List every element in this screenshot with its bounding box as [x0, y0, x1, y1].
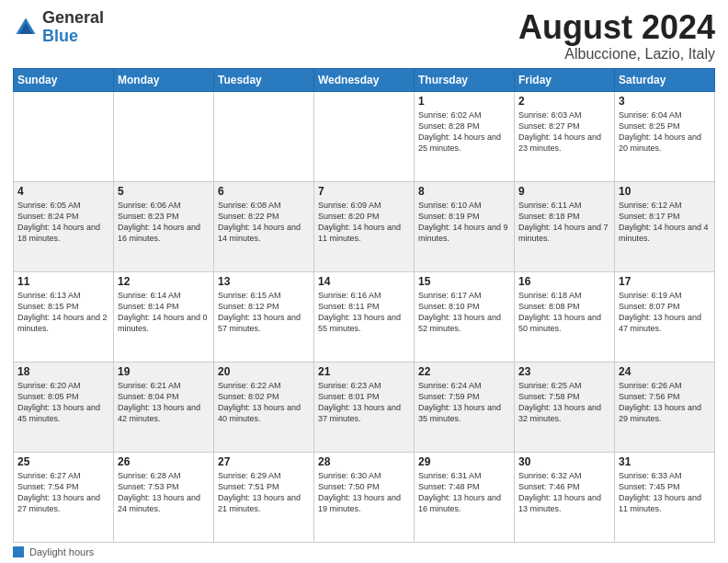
calendar-day-cell [14, 91, 114, 181]
footer: Daylight hours [13, 546, 715, 557]
calendar-day-cell: 7Sunrise: 6:09 AM Sunset: 8:20 PM Daylig… [314, 181, 415, 271]
day-number: 14 [318, 275, 410, 288]
day-number: 11 [17, 275, 109, 288]
day-info: Sunrise: 6:31 AM Sunset: 7:48 PM Dayligh… [418, 470, 510, 515]
day-number: 23 [518, 365, 610, 378]
calendar-day-cell: 23Sunrise: 6:25 AM Sunset: 7:58 PM Dayli… [515, 362, 615, 452]
day-info: Sunrise: 6:13 AM Sunset: 8:15 PM Dayligh… [17, 290, 109, 335]
calendar-day-cell: 3Sunrise: 6:04 AM Sunset: 8:25 PM Daylig… [615, 91, 715, 181]
calendar-week-row: 11Sunrise: 6:13 AM Sunset: 8:15 PM Dayli… [14, 271, 715, 362]
day-number: 22 [418, 365, 510, 378]
calendar-day-cell: 26Sunrise: 6:28 AM Sunset: 7:53 PM Dayli… [114, 452, 214, 542]
calendar-day-cell [314, 91, 415, 181]
day-number: 27 [218, 455, 310, 468]
day-number: 30 [518, 455, 610, 468]
day-info: Sunrise: 6:02 AM Sunset: 8:28 PM Dayligh… [418, 109, 510, 155]
day-number: 20 [218, 365, 310, 378]
calendar-day-cell [214, 91, 314, 181]
calendar-day-cell: 30Sunrise: 6:32 AM Sunset: 7:46 PM Dayli… [515, 452, 615, 542]
day-info: Sunrise: 6:12 AM Sunset: 8:17 PM Dayligh… [619, 200, 711, 245]
calendar-day-cell: 18Sunrise: 6:20 AM Sunset: 8:05 PM Dayli… [14, 362, 114, 452]
calendar-day-cell: 9Sunrise: 6:11 AM Sunset: 8:18 PM Daylig… [515, 181, 615, 271]
calendar-day-cell: 31Sunrise: 6:33 AM Sunset: 7:45 PM Dayli… [615, 452, 715, 542]
logo: General Blue [13, 9, 104, 46]
logo-text: General Blue [42, 9, 104, 46]
calendar-header: SundayMondayTuesdayWednesdayThursdayFrid… [14, 68, 715, 91]
header-day: Saturday [615, 68, 715, 91]
header-day: Thursday [415, 68, 515, 91]
calendar-day-cell: 16Sunrise: 6:18 AM Sunset: 8:08 PM Dayli… [515, 271, 615, 362]
calendar-day-cell: 22Sunrise: 6:24 AM Sunset: 7:59 PM Dayli… [415, 362, 515, 452]
calendar-day-cell: 24Sunrise: 6:26 AM Sunset: 7:56 PM Dayli… [615, 362, 715, 452]
day-info: Sunrise: 6:06 AM Sunset: 8:23 PM Dayligh… [118, 200, 210, 245]
day-number: 7 [318, 185, 410, 198]
calendar-title: August 2024 [518, 9, 715, 46]
day-info: Sunrise: 6:16 AM Sunset: 8:11 PM Dayligh… [318, 290, 410, 335]
calendar-day-cell: 1Sunrise: 6:02 AM Sunset: 8:28 PM Daylig… [415, 91, 515, 181]
calendar-day-cell: 6Sunrise: 6:08 AM Sunset: 8:22 PM Daylig… [214, 181, 314, 271]
day-info: Sunrise: 6:19 AM Sunset: 8:07 PM Dayligh… [619, 290, 711, 335]
header-day: Friday [515, 68, 615, 91]
day-info: Sunrise: 6:08 AM Sunset: 8:22 PM Dayligh… [218, 200, 310, 245]
page: General Blue August 2024 Albuccione, Laz… [0, 0, 728, 563]
calendar-day-cell [114, 91, 214, 181]
day-number: 16 [518, 275, 610, 288]
day-info: Sunrise: 6:15 AM Sunset: 8:12 PM Dayligh… [218, 290, 310, 335]
day-number: 12 [118, 275, 210, 288]
calendar-day-cell: 20Sunrise: 6:22 AM Sunset: 8:02 PM Dayli… [214, 362, 314, 452]
calendar-day-cell: 21Sunrise: 6:23 AM Sunset: 8:01 PM Dayli… [314, 362, 415, 452]
day-number: 25 [17, 455, 109, 468]
day-info: Sunrise: 6:25 AM Sunset: 7:58 PM Dayligh… [518, 380, 610, 425]
calendar-day-cell: 19Sunrise: 6:21 AM Sunset: 8:04 PM Dayli… [114, 362, 214, 452]
title-block: August 2024 Albuccione, Lazio, Italy [518, 9, 715, 63]
logo-general-text: General [42, 8, 104, 27]
day-number: 21 [318, 365, 410, 378]
day-info: Sunrise: 6:11 AM Sunset: 8:18 PM Dayligh… [518, 200, 610, 245]
day-number: 9 [518, 185, 610, 198]
calendar-week-row: 4Sunrise: 6:05 AM Sunset: 8:24 PM Daylig… [14, 181, 715, 271]
day-number: 19 [118, 365, 210, 378]
day-info: Sunrise: 6:27 AM Sunset: 7:54 PM Dayligh… [17, 470, 109, 515]
day-number: 28 [318, 455, 410, 468]
day-number: 13 [218, 275, 310, 288]
day-info: Sunrise: 6:28 AM Sunset: 7:53 PM Dayligh… [118, 470, 210, 515]
day-number: 10 [619, 185, 711, 198]
calendar-day-cell: 11Sunrise: 6:13 AM Sunset: 8:15 PM Dayli… [14, 271, 114, 362]
day-number: 5 [118, 185, 210, 198]
day-number: 31 [619, 455, 711, 468]
day-number: 17 [619, 275, 711, 288]
day-info: Sunrise: 6:22 AM Sunset: 8:02 PM Dayligh… [218, 380, 310, 425]
header: General Blue August 2024 Albuccione, Laz… [13, 9, 715, 63]
calendar-week-row: 25Sunrise: 6:27 AM Sunset: 7:54 PM Dayli… [14, 452, 715, 542]
header-day: Tuesday [214, 68, 314, 91]
day-info: Sunrise: 6:05 AM Sunset: 8:24 PM Dayligh… [17, 200, 109, 245]
day-number: 3 [619, 95, 711, 108]
calendar-day-cell: 12Sunrise: 6:14 AM Sunset: 8:14 PM Dayli… [114, 271, 214, 362]
header-row: SundayMondayTuesdayWednesdayThursdayFrid… [14, 68, 715, 91]
day-info: Sunrise: 6:20 AM Sunset: 8:05 PM Dayligh… [17, 380, 109, 425]
day-number: 2 [518, 95, 610, 108]
day-number: 24 [619, 365, 711, 378]
calendar-day-cell: 10Sunrise: 6:12 AM Sunset: 8:17 PM Dayli… [615, 181, 715, 271]
day-number: 4 [17, 185, 109, 198]
day-info: Sunrise: 6:18 AM Sunset: 8:08 PM Dayligh… [518, 290, 610, 335]
logo-blue-text: Blue [42, 27, 78, 45]
day-info: Sunrise: 6:14 AM Sunset: 8:14 PM Dayligh… [118, 290, 210, 335]
header-day: Sunday [14, 68, 114, 91]
day-info: Sunrise: 6:32 AM Sunset: 7:46 PM Dayligh… [518, 470, 610, 515]
calendar-day-cell: 29Sunrise: 6:31 AM Sunset: 7:48 PM Dayli… [415, 452, 515, 542]
footer-label: Daylight hours [29, 546, 94, 557]
day-number: 26 [118, 455, 210, 468]
calendar-day-cell: 27Sunrise: 6:29 AM Sunset: 7:51 PM Dayli… [214, 452, 314, 542]
calendar-day-cell: 17Sunrise: 6:19 AM Sunset: 8:07 PM Dayli… [615, 271, 715, 362]
day-number: 15 [418, 275, 510, 288]
calendar-body: 1Sunrise: 6:02 AM Sunset: 8:28 PM Daylig… [14, 91, 715, 542]
day-info: Sunrise: 6:10 AM Sunset: 8:19 PM Dayligh… [418, 200, 510, 245]
day-info: Sunrise: 6:09 AM Sunset: 8:20 PM Dayligh… [318, 200, 410, 245]
calendar-day-cell: 25Sunrise: 6:27 AM Sunset: 7:54 PM Dayli… [14, 452, 114, 542]
day-number: 29 [418, 455, 510, 468]
day-info: Sunrise: 6:03 AM Sunset: 8:27 PM Dayligh… [518, 109, 610, 155]
calendar-day-cell: 15Sunrise: 6:17 AM Sunset: 8:10 PM Dayli… [415, 271, 515, 362]
header-day: Wednesday [314, 68, 415, 91]
day-info: Sunrise: 6:29 AM Sunset: 7:51 PM Dayligh… [218, 470, 310, 515]
